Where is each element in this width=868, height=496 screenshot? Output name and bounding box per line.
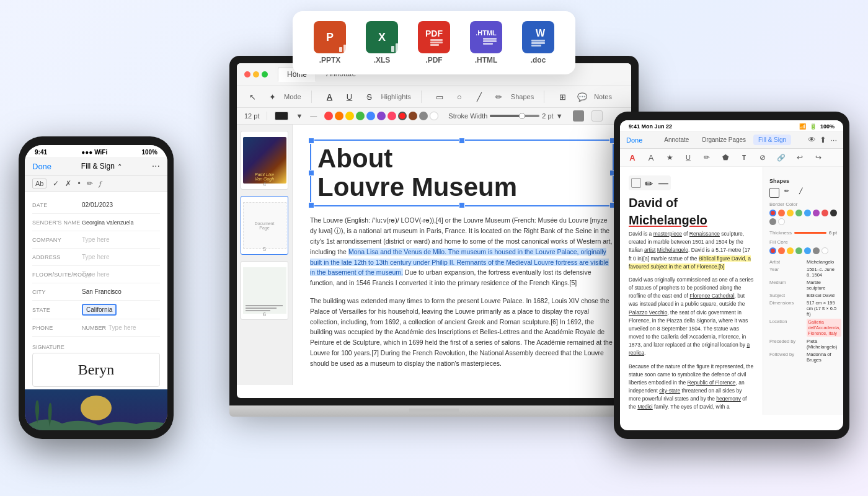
color-green[interactable]: [356, 112, 365, 120]
color-red[interactable]: [324, 112, 333, 120]
fill-gray-option[interactable]: [813, 247, 820, 254]
color-black-option[interactable]: [830, 210, 837, 216]
thumb-page-vangogh[interactable]: Paint LikeVan Gogh 4: [241, 131, 288, 190]
stroke-width-slider[interactable]: [490, 115, 539, 117]
link-icon[interactable]: 🔗: [775, 151, 787, 164]
iphone-done-button[interactable]: Done: [32, 162, 51, 171]
ipad-tab-fillsign[interactable]: Fill & Sign: [753, 135, 791, 145]
thumb-page-5[interactable]: DocumentPage 5: [241, 196, 288, 255]
iphone-more-button[interactable]: ···: [152, 161, 160, 172]
color-red2-option[interactable]: [822, 210, 828, 216]
circle-tool[interactable]: ○: [451, 89, 467, 105]
more-icon[interactable]: ···: [830, 135, 837, 144]
cursor-tool[interactable]: ↖: [244, 89, 260, 105]
dot-tool[interactable]: •: [78, 179, 80, 188]
color-white[interactable]: [430, 112, 438, 120]
color-pink[interactable]: [388, 112, 396, 120]
color-yellow[interactable]: [345, 112, 354, 120]
line-style-tool[interactable]: —: [310, 112, 317, 120]
checkmark-tool[interactable]: ✓: [53, 179, 59, 188]
fill-orange-option[interactable]: [778, 247, 785, 254]
pen-icon[interactable]: ✏: [701, 151, 713, 164]
mode-chevron[interactable]: ⌃: [117, 163, 122, 170]
view-options[interactable]: [591, 110, 603, 122]
redo-icon[interactable]: ↪: [812, 151, 825, 164]
state-value[interactable]: California: [82, 304, 117, 316]
strikethrough-tool[interactable]: S: [361, 89, 378, 105]
border-color-panel: Border Color: [769, 202, 837, 225]
city-value[interactable]: San Francisco: [82, 288, 122, 295]
followed-key: Followed by: [769, 352, 807, 363]
signature-box[interactable]: Beryn: [32, 353, 160, 387]
note-tool[interactable]: 💬: [574, 89, 590, 105]
ipad-tab-annotate[interactable]: Annotate: [659, 135, 694, 145]
shape-icon[interactable]: ⬟: [719, 151, 732, 164]
text-icon[interactable]: T: [738, 151, 750, 164]
color-gray[interactable]: [419, 112, 428, 120]
shape-line-option[interactable]: ╱: [799, 188, 809, 198]
ipad-tab-organize[interactable]: Organize Pages: [696, 135, 751, 145]
underline-tool[interactable]: U: [342, 89, 358, 105]
format-pdf[interactable]: PDF .PDF: [412, 21, 456, 64]
pen-tool[interactable]: ✏: [491, 89, 507, 105]
phone-input[interactable]: Type here: [108, 324, 136, 331]
font-color-swatch[interactable]: [275, 112, 288, 120]
fill-yellow-option[interactable]: [787, 247, 794, 254]
color-purple[interactable]: [377, 112, 386, 120]
star-icon[interactable]: ★: [663, 151, 676, 164]
stroke-arrow[interactable]: ▼: [556, 112, 563, 120]
sig-tool[interactable]: 𝑓: [99, 179, 101, 188]
text-tool-icon[interactable]: Ab: [32, 179, 46, 188]
color-arrow[interactable]: ▼: [296, 112, 303, 120]
eye-icon[interactable]: 👁: [808, 135, 816, 144]
sender-value[interactable]: Georgina Valenzuela: [82, 219, 133, 226]
color-blue[interactable]: [366, 112, 375, 120]
ipad-done-button[interactable]: Done: [626, 136, 642, 144]
color-brown[interactable]: [409, 112, 417, 120]
mini-pen-shape[interactable]: ✏: [645, 178, 655, 188]
color-purple-option[interactable]: [813, 210, 820, 216]
company-input[interactable]: Type here: [82, 236, 109, 243]
shape-rect-option[interactable]: [769, 188, 779, 198]
underline-icon[interactable]: U: [682, 151, 694, 164]
color-white-option[interactable]: [778, 218, 785, 225]
font-color-A-icon[interactable]: A: [626, 151, 639, 164]
more-options[interactable]: [573, 110, 584, 122]
line-tool[interactable]: ╱: [471, 89, 487, 105]
color-red-option[interactable]: [769, 210, 776, 216]
draw-tool[interactable]: ✏: [87, 179, 93, 188]
format-xls[interactable]: X .XLS: [360, 21, 404, 64]
fill-green-option[interactable]: [795, 247, 802, 254]
stamp-tool[interactable]: ✦: [264, 89, 280, 105]
fill-red-option[interactable]: [769, 247, 776, 254]
format-doc[interactable]: W .doc: [516, 21, 560, 64]
date-value[interactable]: 02/01/2023: [82, 202, 113, 208]
undo-icon[interactable]: ↩: [794, 151, 806, 164]
shape-pen-option[interactable]: ✏: [784, 188, 794, 198]
floor-input[interactable]: Type here: [82, 271, 109, 278]
color-green-option[interactable]: [795, 210, 802, 216]
fill-white-option[interactable]: [822, 247, 828, 254]
fill-core-label: Fill Core: [769, 239, 837, 245]
textbox-tool[interactable]: ⊞: [554, 89, 570, 105]
highlight-tool[interactable]: A: [322, 89, 338, 105]
share-icon[interactable]: ⬆: [820, 135, 826, 144]
thumb-page-6[interactable]: 6: [241, 261, 288, 320]
fill-blue-option[interactable]: [804, 247, 811, 254]
format-html[interactable]: .HTML .HTML: [464, 21, 508, 64]
font-A-icon[interactable]: A: [645, 151, 657, 164]
format-pptx[interactable]: P .PPTX: [308, 21, 352, 64]
color-blue-option[interactable]: [804, 210, 811, 216]
color-orange-option[interactable]: [778, 210, 785, 216]
color-orange[interactable]: [335, 112, 343, 120]
color-gray-option[interactable]: [769, 218, 776, 225]
eraser-icon[interactable]: ⊘: [756, 151, 769, 164]
mini-rect-shape[interactable]: [631, 178, 641, 188]
cross-tool[interactable]: ✗: [65, 179, 71, 188]
mini-line-shape[interactable]: —: [658, 178, 668, 188]
thickness-slider[interactable]: [794, 232, 826, 234]
rect-tool[interactable]: ▭: [432, 89, 448, 105]
color-bright-red[interactable]: [398, 112, 407, 120]
address-input[interactable]: Type here: [82, 254, 109, 260]
color-yellow-option[interactable]: [787, 210, 794, 216]
